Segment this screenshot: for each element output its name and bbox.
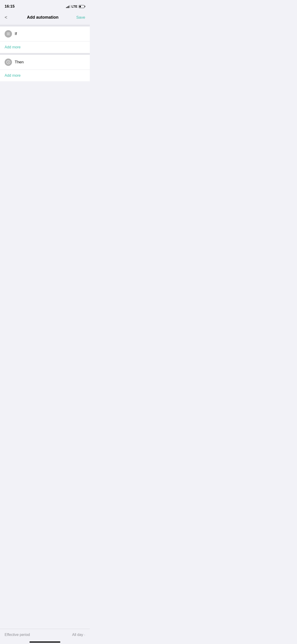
if-add-more-row[interactable]: Add more (0, 42, 90, 53)
status-icons: LTE (66, 4, 85, 8)
arrow-right-icon (6, 60, 10, 64)
top-divider (0, 25, 90, 26)
if-add-more-button[interactable]: Add more (4, 45, 20, 49)
then-section: Then Add more (0, 55, 90, 81)
status-bar: 16:15 LTE (0, 0, 90, 12)
page-title: Add automation (27, 15, 58, 20)
if-label: If (15, 32, 17, 36)
status-time: 16:15 (4, 4, 14, 9)
svg-point-3 (7, 60, 10, 64)
empty-area (0, 81, 90, 174)
save-button[interactable]: Save (76, 15, 85, 20)
if-icon (4, 30, 12, 38)
then-add-more-row[interactable]: Add more (0, 70, 90, 81)
list-icon (6, 32, 10, 36)
lte-label: LTE (72, 4, 77, 8)
middle-divider (0, 53, 90, 55)
then-icon (4, 58, 12, 66)
then-add-more-button[interactable]: Add more (4, 74, 20, 78)
if-section: If Add more (0, 26, 90, 53)
then-row: Then (0, 55, 90, 70)
if-row: If (0, 26, 90, 42)
svg-rect-2 (7, 35, 10, 35)
svg-rect-1 (7, 34, 10, 34)
svg-rect-0 (7, 33, 10, 33)
battery-icon (79, 5, 85, 8)
signal-icon (66, 5, 70, 8)
nav-bar: < Add automation Save (0, 12, 90, 25)
then-label: Then (15, 60, 24, 64)
back-button[interactable]: < (4, 14, 9, 21)
